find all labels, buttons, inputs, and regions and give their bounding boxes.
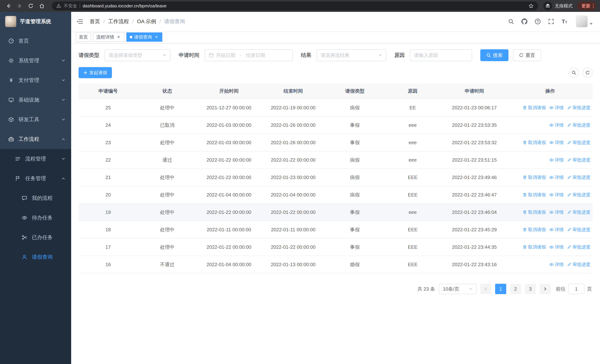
search-icon[interactable] — [508, 18, 514, 25]
approval-progress-link[interactable]: 审批进度 — [567, 209, 590, 215]
detail-link[interactable]: 详情 — [549, 261, 564, 267]
cell-end-time: 2022-01-13 00:00:00 — [261, 256, 325, 273]
close-icon[interactable]: × — [154, 35, 159, 40]
tab-home[interactable]: 首页 — [75, 32, 91, 42]
create-leave-button[interactable]: 发起请假 — [79, 67, 112, 78]
tab-process-detail[interactable]: 流程详情 × — [93, 32, 124, 42]
detail-link[interactable]: 详情 — [549, 140, 564, 146]
forward-button[interactable] — [15, 1, 24, 11]
sidebar-item-leave-query[interactable]: 请假查询 — [0, 247, 71, 267]
avatar[interactable] — [576, 16, 588, 28]
breadcrumb-workflow[interactable]: 工作流程 — [108, 18, 129, 25]
detail-link[interactable]: 详情 — [549, 209, 564, 215]
reset-button[interactable]: 重置 — [513, 49, 541, 61]
page-size-select[interactable]: 10条/页 — [439, 284, 477, 294]
goto-page-input[interactable] — [568, 284, 584, 294]
detail-link[interactable]: 详情 — [549, 157, 564, 163]
cancel-leave-link[interactable]: 取消请假 — [523, 227, 546, 233]
close-icon[interactable]: × — [116, 35, 121, 40]
sidebar-item-todo-tasks[interactable]: 待办任务 — [0, 208, 71, 228]
sidebar-item-task-mgmt[interactable]: 任务管理 — [0, 169, 71, 188]
help-icon[interactable]: ? — [534, 18, 541, 25]
cancel-leave-link[interactable]: 取消请假 — [523, 105, 546, 111]
cell-end-time: 2022-01-22 00:00:00 — [261, 238, 325, 256]
table-header-row: 申请编号 状态 开始时间 结束时间 请假类型 原因 申请时间 操作 — [79, 84, 593, 99]
cell-apply-id: 23 — [79, 134, 138, 151]
navbar-actions: ? TT — [508, 16, 593, 28]
table-body: 25处理中2021-12-27 00:00:002022-01-19 00:00… — [79, 99, 593, 273]
back-button[interactable] — [4, 1, 13, 11]
cell-reason: eee — [384, 116, 441, 134]
logo[interactable]: 芋道管理系统 — [0, 12, 71, 31]
cancel-leave-link[interactable]: 取消请假 — [523, 244, 546, 250]
sidebar-menu: 首页 系统管理 ¥ 支付管理 — [0, 31, 71, 267]
hamburger-icon[interactable] — [76, 18, 84, 25]
breadcrumb-home[interactable]: 首页 — [90, 18, 100, 25]
page-button-2[interactable]: 2 — [510, 284, 521, 294]
approval-progress-link[interactable]: 审批进度 — [567, 227, 590, 233]
detail-link[interactable]: 详情 — [549, 122, 564, 128]
toggle-search-button[interactable] — [569, 68, 579, 78]
detail-link[interactable]: 详情 — [549, 105, 564, 111]
address-bar[interactable]: 不安全 dashboard.yudao.iocoder.cn/bpm/oa/le… — [52, 1, 538, 10]
approval-progress-link[interactable]: 审批进度 — [567, 244, 590, 250]
github-icon[interactable] — [521, 18, 528, 25]
detail-link[interactable]: 详情 — [549, 192, 564, 198]
sidebar-item-process-mgmt[interactable]: 流程管理 — [0, 149, 71, 169]
sidebar-item-workflow[interactable]: 工作流程 — [0, 129, 71, 149]
detail-link[interactable]: 详情 — [549, 244, 564, 250]
sidebar-item-payment[interactable]: ¥ 支付管理 — [0, 70, 71, 90]
result-select[interactable]: 请选择流结果 — [317, 49, 386, 61]
page-button-3[interactable]: 3 — [525, 284, 536, 294]
bookmark-star-icon[interactable] — [528, 3, 534, 9]
search-button[interactable]: 搜索 — [480, 49, 508, 61]
goto-label: 前往 — [556, 286, 565, 292]
approval-progress-link[interactable]: 审批进度 — [567, 122, 590, 128]
end-date-placeholder: 结束日期 — [246, 52, 265, 59]
approval-progress-link[interactable]: 审批进度 — [567, 174, 590, 180]
prev-page-button[interactable] — [480, 284, 491, 294]
approval-progress-link[interactable]: 审批进度 — [567, 192, 590, 198]
cancel-leave-link[interactable]: 取消请假 — [523, 174, 546, 180]
sidebar-item-system[interactable]: 系统管理 — [0, 51, 71, 70]
chevron-down-icon — [163, 53, 166, 57]
fullscreen-icon[interactable] — [548, 18, 554, 25]
sidebar-item-infra[interactable]: 基础设施 — [0, 90, 71, 110]
detail-link[interactable]: 详情 — [549, 227, 564, 233]
reload-button[interactable] — [26, 1, 36, 11]
user-icon — [21, 254, 28, 260]
update-button[interactable]: 更新 — [577, 1, 596, 10]
font-size-icon[interactable]: TT — [561, 18, 568, 25]
tab-leave-query[interactable]: 请假查询 × — [126, 32, 162, 42]
cancel-leave-link[interactable]: 取消请假 — [523, 209, 546, 215]
header-actions: 操作 — [508, 84, 593, 99]
sidebar-item-done-tasks[interactable]: 已办任务 — [0, 228, 71, 247]
approval-progress-link[interactable]: 审批进度 — [567, 157, 590, 163]
cancel-leave-link[interactable]: 取消请假 — [523, 192, 546, 198]
user-menu[interactable] — [576, 16, 593, 28]
cell-apply-time: 2022-01-22 23:49:46 — [441, 169, 508, 186]
page-button-1[interactable]: 1 — [495, 284, 506, 294]
cancel-leave-link[interactable]: 取消请假 — [523, 140, 546, 146]
date-range-picker[interactable]: 开始日期 - 结束日期 — [205, 49, 293, 61]
breadcrumb-oa-example[interactable]: OA 示例 — [137, 18, 156, 25]
detail-link[interactable]: 详情 — [549, 174, 564, 180]
reason-input[interactable] — [414, 52, 468, 58]
approval-progress-link[interactable]: 审批进度 — [567, 261, 590, 267]
chevron-up-icon — [62, 177, 65, 180]
cell-start-time: 2022-01-22 00:00:00 — [197, 238, 261, 256]
cell-actions: 取消请假详情审批进度 — [508, 238, 593, 256]
search-icon — [572, 70, 576, 75]
cell-actions: 取消请假详情审批进度 — [508, 204, 593, 221]
next-page-button[interactable] — [540, 284, 551, 294]
sidebar-item-home[interactable]: 首页 — [0, 31, 71, 51]
calendar-icon — [209, 53, 214, 58]
approval-progress-link[interactable]: 审批进度 — [567, 105, 590, 111]
refresh-table-button[interactable] — [582, 68, 593, 78]
leave-type-select[interactable]: 请选择请假类型 — [104, 49, 170, 61]
sidebar-item-devtools[interactable]: 研发工具 — [0, 110, 71, 129]
approval-progress-link[interactable]: 审批进度 — [567, 140, 590, 146]
active-dot — [130, 36, 132, 38]
home-button[interactable] — [37, 1, 47, 11]
sidebar-item-my-process[interactable]: 我的流程 — [0, 188, 71, 208]
